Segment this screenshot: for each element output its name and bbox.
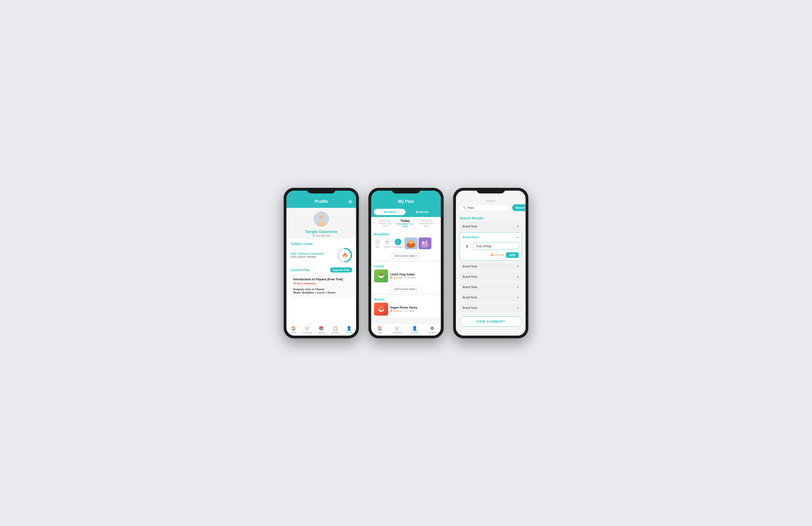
result-name-3: Brazil Nuts: [463, 264, 477, 268]
prev-date: Yesterday October 31st, 2019: [375, 219, 394, 227]
custom-label: Custom: [383, 246, 391, 248]
nav2-home-label: Home: [377, 331, 383, 334]
nav2-home-icon: 🏠: [377, 326, 382, 331]
skip-label: Skip: [375, 246, 379, 248]
skip-icon: →: [374, 239, 380, 245]
add-custom-breakfast-button[interactable]: Add Custom Meal +: [391, 253, 422, 259]
stats-section: Today's Stats 1231 Calories Consumed 126…: [287, 239, 356, 265]
breakfast-actions: → Skip + Custom ✓ Complete: [374, 239, 403, 248]
next-arrow[interactable]: ›: [437, 221, 438, 225]
bottom-nav: 🏠 Home 🛒 Groceries 📚 Library 📋 My Plan 👤: [287, 324, 356, 336]
nav2-settings-label: Settings: [429, 331, 436, 334]
phone-notch-3: [477, 188, 505, 193]
add-result-7-icon[interactable]: +: [517, 306, 519, 310]
add-result-3-icon[interactable]: +: [517, 264, 519, 268]
dinner-kcal: 🔥 500 kcal: [390, 310, 402, 312]
dinner-meta: 🔥 500 kcal ⏱ 5 mins: [390, 310, 435, 312]
nav2-home[interactable]: 🏠 Home: [371, 324, 389, 336]
dinner-section: Dinner 🍝 Vegan Pesto Pasta 🔥 500 kcal ⏱ …: [371, 295, 441, 318]
result-item-4[interactable]: Brazil Nuts +: [460, 272, 522, 281]
program-label: Program:: [293, 288, 305, 291]
unit-selector[interactable]: Cup (250g): [473, 242, 519, 250]
result-item-5[interactable]: Brazil Nuts +: [460, 283, 522, 292]
complete-button[interactable]: ✓ Complete: [393, 239, 403, 248]
plan-name: Introduction to Fitpack (Free Trial): [293, 277, 349, 281]
add-result-4-icon[interactable]: +: [517, 275, 519, 279]
program-value: Intro to Fitpack: [305, 288, 324, 291]
result-item-6[interactable]: Brazil Nuts +: [460, 293, 522, 302]
dinner-item[interactable]: 🍝 Vegan Pesto Pasta 🔥 500 kcal ⏱ 5 mins …: [371, 303, 441, 318]
breakfast-section: Breakfast → Skip + Custom: [371, 230, 441, 261]
svg-point-2: [317, 221, 326, 228]
myplan-icon: 📋: [333, 326, 338, 331]
add-result-6-icon[interactable]: +: [517, 295, 519, 299]
plan-tabs: Nutrition Exercise: [371, 207, 441, 217]
upgrade-plan-button[interactable]: Upgrade Plan: [330, 267, 352, 273]
nav2-groceries-label: Groceries: [393, 331, 402, 334]
lunch-add-custom: Add Custom Meal +: [371, 284, 441, 294]
add-result-1-icon[interactable]: +: [517, 224, 519, 229]
nav-profile[interactable]: 👤 Profile: [342, 324, 356, 336]
svg-point-13: [422, 242, 424, 244]
nav2-groceries[interactable]: 🛒 Groceries: [389, 324, 406, 336]
collapse-icon[interactable]: −: [516, 235, 519, 239]
phone-screen: Profile ⚙ Sergio Giannone 30-day fre: [287, 191, 356, 336]
lunch-time: ⏱ 10 mins: [404, 277, 416, 279]
lunch-icon: 🥗: [374, 269, 388, 282]
nav-myplan-label: My Plan: [331, 331, 339, 334]
nav2-myplan[interactable]: 👤 My Plan: [406, 324, 423, 336]
breakfast-title: Breakfast: [371, 230, 441, 237]
nav-home[interactable]: 🏠 Home: [287, 324, 300, 336]
next-day-label: Tomorrow: [416, 219, 437, 222]
calories-info: 1231 Calories Consumed 1269 Calories Nee…: [290, 252, 324, 258]
prev-day-label: Yesterday: [375, 219, 394, 222]
expanded-header-row: Brazil Nuts −: [463, 235, 519, 239]
result-name-6: Brazil Nuts: [463, 296, 477, 299]
nav-myplan[interactable]: 📋 My Plan: [328, 324, 342, 336]
lunch-section: Lunch 🥗 Lentil Zing Salad 🔥 600 kcal ⏱ 1…: [371, 262, 441, 294]
kcal-row: 🔥 100 kcal ADD: [463, 252, 519, 258]
nav-home-label: Home: [291, 331, 296, 334]
date-navigation: ‹ Yesterday October 31st, 2019 Today Nov…: [371, 217, 441, 230]
lunch-item[interactable]: 🥗 Lentil Zing Salad 🔥 600 kcal ⏱ 10 mins…: [371, 269, 441, 284]
avatar: [313, 210, 330, 228]
view-summary-button[interactable]: VIEW SUMMARY: [460, 317, 522, 326]
result-item-7[interactable]: Brazil Nuts +: [460, 303, 522, 312]
search-row: 🔍 Search: [460, 204, 522, 211]
nav-library[interactable]: 📚 Library: [314, 324, 328, 336]
tab-nutrition[interactable]: Nutrition: [374, 209, 406, 215]
lunch-kcal: 🔥 600 kcal: [390, 277, 402, 279]
kcal-display: 🔥 100 kcal: [491, 253, 504, 257]
search-input[interactable]: [468, 206, 507, 209]
breakfast-item: → Skip + Custom ✓ Complete: [371, 237, 441, 251]
nav2-myplan-icon: 👤: [412, 326, 417, 331]
quantity-box[interactable]: 1: [463, 242, 471, 250]
dinner-image: 🍝: [374, 303, 388, 316]
add-result-5-icon[interactable]: +: [517, 285, 519, 289]
days-remaining: 24 days remaining: [293, 282, 349, 285]
tab-exercise[interactable]: Exercise: [406, 209, 438, 215]
search-button[interactable]: Search: [512, 204, 525, 211]
skip-button[interactable]: → Skip: [374, 239, 380, 248]
meals-label: Meals:: [293, 291, 301, 294]
nav2-groceries-icon: 🛒: [395, 326, 400, 331]
nav2-settings[interactable]: ⚙ Settings: [423, 324, 441, 336]
breakfast-add-custom: Add Custom Meal +: [371, 251, 441, 261]
gear-icon[interactable]: ⚙: [348, 199, 352, 205]
plan-section: Current Plan Upgrade Plan Introduction t…: [287, 265, 356, 299]
add-custom-lunch-button[interactable]: Add Custom Meal +: [391, 286, 422, 292]
myplan-title: My Plan: [398, 199, 414, 204]
result-name-5: Brazil Nuts: [463, 285, 477, 289]
nav-groceries[interactable]: 🛒 Groceries: [300, 324, 314, 336]
result-item-1[interactable]: Brazil Nuts +: [460, 222, 522, 231]
next-date-value: November 2nd, 2019: [416, 222, 437, 227]
nav-profile-label: Profile: [346, 331, 352, 334]
custom-button[interactable]: + Custom: [383, 239, 391, 248]
phones-container: Profile ⚙ Sergio Giannone 30-day fre: [284, 188, 528, 338]
add-to-meal-button[interactable]: ADD: [506, 252, 519, 258]
result-item-3[interactable]: Brazil Nuts +: [460, 262, 522, 271]
profile-title: Profile: [315, 199, 328, 204]
plan-content: Breakfast → Skip + Custom: [371, 230, 441, 324]
plan-title: Current Plan: [290, 268, 310, 272]
complete-label: Complete: [393, 246, 403, 248]
